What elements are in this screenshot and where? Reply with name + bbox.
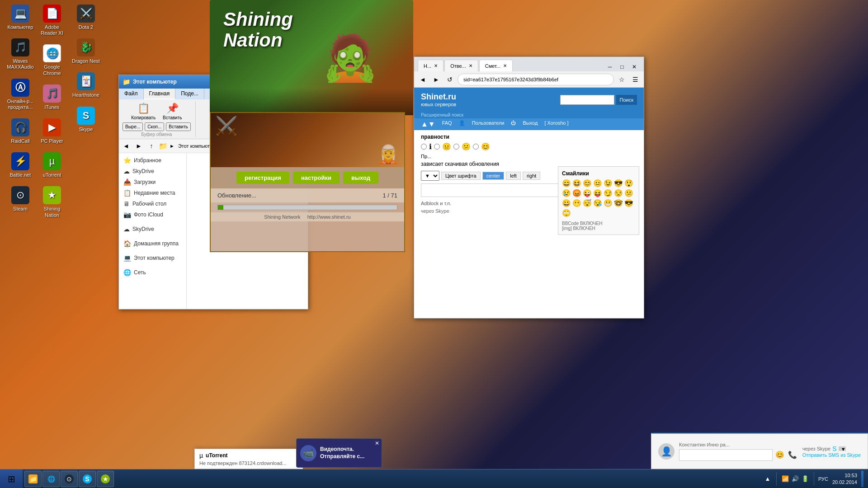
chrome-tab1-close-icon[interactable]: ✕ [434, 63, 438, 68]
send-sms-link-skype[interactable]: Отправить SMS из Skype [802, 452, 861, 458]
smiley-4[interactable]: 😐 [593, 179, 602, 188]
chrome-close-button[interactable]: ✕ [628, 62, 640, 71]
radio4[interactable] [473, 144, 479, 150]
icon-battlenet[interactable]: ⚡ Battle.net [5, 152, 36, 178]
video-popup-close-button[interactable]: ✕ [375, 440, 379, 446]
smiley-17[interactable]: 😴 [583, 199, 592, 207]
taskbar-skype[interactable]: S [79, 471, 96, 487]
sidebar-item-thispc[interactable]: 💻 Этот компьютер [119, 253, 186, 263]
sidebar-item-network[interactable]: 🌐 Сеть [119, 267, 186, 278]
center-button[interactable]: center [482, 172, 505, 180]
chrome-forward-button[interactable]: ► [430, 74, 442, 85]
smiley-6[interactable]: 😎 [614, 179, 623, 188]
smiley-12[interactable]: 😏 [604, 189, 613, 197]
sidebar-item-homegroup[interactable]: 🏠 Домашняя группа [119, 238, 186, 249]
smiley-20[interactable]: 🤓 [614, 199, 623, 207]
chrome-back-button[interactable]: ◄ [417, 74, 429, 85]
sidebar-item-downloads[interactable]: 📥 Загрузки [119, 177, 186, 188]
icon-asus[interactable]: Ⓐ Онлайн-р...продукта... [5, 79, 36, 110]
sidebar-item-recent[interactable]: 📋 Недавние места [119, 188, 186, 198]
icon-hearthstone[interactable]: 🃏 Hearthstone [70, 72, 102, 98]
icon-itunes[interactable]: 🎵 iTunes [36, 84, 68, 110]
emoji-button-skype[interactable]: 😊 [774, 450, 785, 460]
smiley-7[interactable]: 😲 [624, 179, 633, 188]
right-button[interactable]: right [523, 172, 540, 180]
smiley-11[interactable]: 😝 [593, 189, 602, 197]
exit-button[interactable]: выход [343, 172, 378, 184]
chrome-minimize-button[interactable]: ─ [604, 62, 616, 71]
show-desktop-button[interactable] [861, 471, 863, 487]
tray-volume-icon[interactable]: 🔊 [791, 474, 800, 483]
icon-utorrent[interactable]: µ uTorrent [36, 152, 68, 178]
taskbar-file-manager[interactable]: 📁 [24, 471, 42, 487]
copy-button[interactable]: 📋 Копировать [128, 101, 158, 122]
taskbar-clock[interactable]: 10:53 20.02.2014 [832, 472, 857, 485]
extended-search-link[interactable]: Расширенный поиск [421, 113, 463, 117]
sidebar-item-desktop[interactable]: 🖥 Рабочий стол [119, 198, 186, 209]
icon-shining[interactable]: ★ ShiningNation [36, 186, 68, 218]
icon-chrome[interactable]: 🌐 GoogleChrome [36, 44, 68, 76]
icon-skype[interactable]: S Skype [70, 107, 102, 132]
chrome-refresh-button[interactable]: ↺ [444, 74, 456, 85]
call-button[interactable]: 📞 [787, 450, 798, 460]
radio1[interactable] [421, 144, 427, 150]
chrome-tab-1[interactable]: Н... ✕ [418, 60, 443, 71]
chrome-tab-3[interactable]: Смет... ✕ [479, 60, 513, 71]
smiley-9[interactable]: 😡 [572, 189, 581, 197]
smiley-8[interactable]: 😢 [562, 189, 571, 197]
dropdown-arrow[interactable]: ▼ [839, 446, 846, 451]
chrome-menu-button[interactable]: ☰ [629, 74, 641, 85]
icon-steam[interactable]: ⊙ Steam [5, 186, 36, 212]
left-button[interactable]: left [506, 172, 521, 180]
paste-button[interactable]: 📌 Вставить [160, 101, 184, 122]
icon-adobe[interactable]: 📄 AdobeReader XI [36, 5, 68, 36]
nav-faq[interactable]: FAQ [442, 120, 452, 128]
site-search-button[interactable]: Поиск [616, 95, 637, 105]
smiley-19[interactable]: 😬 [604, 199, 613, 207]
site-search-input[interactable] [560, 95, 614, 105]
icon-dota2[interactable]: ⚔️ Dota 2 [70, 5, 102, 30]
insert-button[interactable]: Вставить [166, 122, 190, 131]
chrome-tab-2[interactable]: Отве... ✕ [444, 60, 478, 71]
smiley-2[interactable]: 😆 [572, 179, 581, 188]
smiley-18[interactable]: 😪 [593, 199, 602, 207]
chrome-address-bar[interactable] [458, 74, 614, 85]
ribbon-tab-home[interactable]: Главная [144, 89, 176, 99]
tray-battery-icon[interactable]: 🔋 [801, 474, 810, 483]
smiley-3[interactable]: 😊 [583, 179, 592, 188]
smiley-10[interactable]: 😜 [583, 189, 592, 197]
up-button[interactable]: ↑ [146, 141, 157, 151]
smiley-14[interactable]: 😕 [624, 189, 633, 197]
sidebar-item-skydrive2[interactable]: ☁ SkyDrive [119, 224, 186, 235]
forward-button[interactable]: ► [133, 141, 144, 151]
smiley-15[interactable]: 😀 [562, 199, 571, 207]
taskbar-shining[interactable]: ★ [97, 471, 114, 487]
radio3[interactable] [453, 144, 459, 150]
sidebar-item-favorites[interactable]: ⭐ Избранное [119, 155, 186, 166]
icon-waves[interactable]: 🎵 WavesMAXXAudio [5, 38, 36, 70]
smiley-1[interactable]: 😄 [562, 179, 571, 188]
chrome-maximize-button[interactable]: □ [616, 62, 628, 71]
font-color-button[interactable]: Цвет шрифта [441, 172, 481, 180]
start-button[interactable]: ⊞ [0, 469, 23, 488]
chrome-tab2-close-icon[interactable]: ✕ [469, 63, 472, 68]
cut-button[interactable]: Выре... [123, 122, 143, 131]
tray-network-icon[interactable]: 📶 [781, 474, 790, 483]
sidebar-item-skydrive1[interactable]: ☁ SkyDrive [119, 166, 186, 177]
smiley-21[interactable]: 😎 [624, 199, 633, 207]
dropdown-select[interactable]: ▼ [421, 171, 439, 181]
tray-show-desktop[interactable]: ▲ [763, 474, 772, 483]
register-button[interactable]: регистрация [236, 172, 289, 184]
sidebar-item-icloud[interactable]: 📷 Фото iCloud [119, 209, 186, 220]
chrome-bookmark-button[interactable]: ☆ [616, 74, 627, 85]
skype-message-input[interactable] [679, 449, 773, 461]
icon-computer[interactable]: 💻 Компьютер [5, 5, 36, 30]
nav-users[interactable]: Пользователи [472, 120, 505, 128]
nav-exit[interactable]: Выход [523, 120, 538, 128]
icon-pcplayer[interactable]: ▶ PC Player [36, 118, 68, 144]
smiley-5[interactable]: 😉 [604, 179, 613, 188]
icon-dragon-nest[interactable]: 🐉 Dragon Nest [70, 38, 102, 64]
ribbon-tab-file[interactable]: Файл [119, 89, 144, 99]
radio2[interactable] [434, 144, 440, 150]
icon-raidcall[interactable]: 🎧 RaidCall [5, 118, 36, 144]
